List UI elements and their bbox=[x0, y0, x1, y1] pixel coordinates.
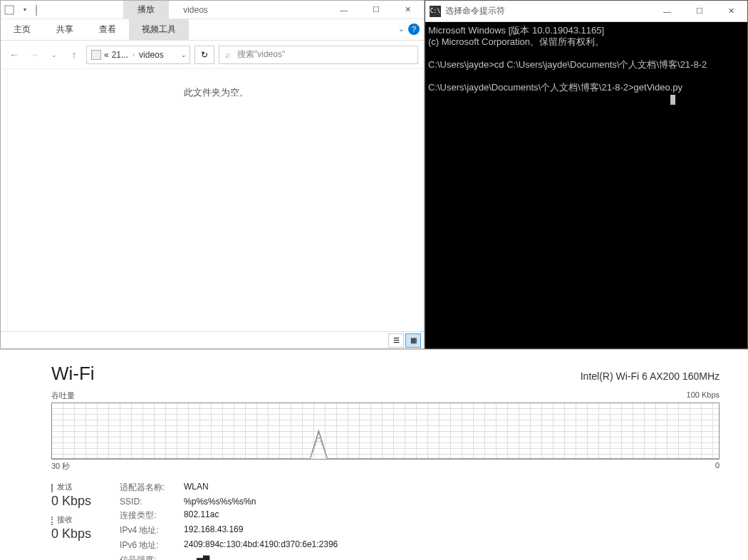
ribbon-tab-share[interactable]: 共享 bbox=[43, 19, 86, 40]
breadcrumb-prefix: « bbox=[104, 50, 109, 60]
breadcrumb-part[interactable]: 21... bbox=[112, 50, 128, 60]
send-label: 发送 bbox=[57, 482, 73, 492]
send-line bbox=[52, 431, 719, 459]
wifi-adapter-name: Intel(R) Wi-Fi 6 AX200 160MHz bbox=[581, 370, 720, 382]
kv-key: SSID: bbox=[120, 497, 177, 507]
wifi-throughput-chart bbox=[51, 403, 720, 460]
recv-value: 0 Kbps bbox=[51, 527, 91, 541]
explorer-nav-pane[interactable] bbox=[1, 69, 8, 331]
kv-value: %p%s%s%s%s%n bbox=[184, 497, 338, 507]
view-icons-button[interactable]: ▦ bbox=[405, 333, 421, 348]
wifi-title: Wi-Fi bbox=[51, 363, 95, 385]
cmd-line: Microsoft Windows [版本 10.0.19043.1165] bbox=[428, 25, 604, 36]
cmd-icon: C:\ bbox=[430, 6, 441, 17]
cmd-line: C:\Users\jayde>cd C:\Users\jayde\Documen… bbox=[428, 59, 707, 70]
close-button[interactable]: ✕ bbox=[392, 1, 424, 19]
kv-key: IPv4 地址: bbox=[120, 524, 177, 536]
file-explorer-window: ▾ | 播放 videos — ☐ ✕ 主页 共享 查看 视频工具 ⌄ ? ← … bbox=[0, 0, 425, 349]
explorer-content-area[interactable]: 此文件夹为空。 bbox=[8, 69, 424, 331]
explorer-status-bar: ☰ ▦ bbox=[1, 331, 424, 348]
nav-up-button[interactable]: ↑ bbox=[66, 47, 82, 63]
cmd-titlebar[interactable]: C:\ 选择命令提示符 — ☐ ✕ bbox=[425, 1, 747, 22]
maximize-button[interactable]: ☐ bbox=[360, 1, 392, 19]
wifi-properties: 适配器名称:WLAN SSID:%p%s%s%s%s%n 连接类型:802.11… bbox=[120, 482, 338, 560]
throughput-label: 吞吐量 bbox=[51, 390, 75, 401]
nav-forward-button[interactable]: → bbox=[26, 47, 42, 63]
svg-rect-0 bbox=[5, 6, 14, 14]
recv-label: 接收 bbox=[57, 514, 73, 525]
cmd-line: C:\Users\jayde\Documents\个人文档\博客\21-8-2>… bbox=[428, 82, 682, 93]
nav-back-button[interactable]: ← bbox=[6, 47, 22, 63]
kv-key: 适配器名称: bbox=[120, 482, 177, 494]
send-value: 0 Kbps bbox=[51, 494, 91, 509]
wifi-performance-panel: Wi-Fi Intel(R) Wi-Fi 6 AX200 160MHz 吞吐量 … bbox=[0, 349, 748, 560]
chevron-right-icon: › bbox=[131, 51, 136, 58]
nav-recent-dropdown[interactable]: ⌄ bbox=[46, 47, 62, 63]
ribbon-expand-icon[interactable]: ⌄ bbox=[398, 25, 404, 33]
view-details-button[interactable]: ☰ bbox=[388, 333, 404, 348]
dropdown-icon[interactable]: ▾ bbox=[19, 4, 31, 16]
ribbon-tab-home[interactable]: 主页 bbox=[1, 19, 43, 40]
ribbon-tab-video-tools[interactable]: 视频工具 bbox=[129, 19, 189, 40]
minimize-button[interactable]: — bbox=[651, 1, 683, 22]
maximize-button[interactable]: ☐ bbox=[683, 1, 715, 22]
explorer-body: 此文件夹为空。 bbox=[1, 69, 424, 331]
ribbon-tab-view[interactable]: 查看 bbox=[86, 19, 129, 40]
kv-key: 信号强度: bbox=[120, 554, 177, 560]
close-button[interactable]: ✕ bbox=[715, 1, 747, 22]
wifi-rates: 发送 0 Kbps 接收 0 Kbps bbox=[51, 482, 91, 560]
breadcrumb-part[interactable]: videos bbox=[139, 50, 164, 60]
kv-key: IPv6 地址: bbox=[120, 539, 177, 551]
window-title: videos bbox=[169, 5, 222, 15]
address-dropdown-icon[interactable]: ⌄ bbox=[181, 51, 187, 58]
command-prompt-window: C:\ 选择命令提示符 — ☐ ✕ Microsoft Windows [版本 … bbox=[425, 0, 748, 349]
kv-key: 连接类型: bbox=[120, 509, 177, 522]
kv-value: WLAN bbox=[184, 482, 338, 494]
kv-value: 192.168.43.169 bbox=[184, 524, 338, 536]
contextual-tab-play[interactable]: 播放 bbox=[123, 1, 169, 19]
help-icon[interactable]: ? bbox=[408, 24, 420, 35]
explorer-nav-bar: ← → ⌄ ↑ « 21... › videos ⌄ ↻ ⌕ 搜索"videos… bbox=[1, 41, 424, 69]
empty-folder-message: 此文件夹为空。 bbox=[184, 86, 249, 99]
search-icon: ⌕ bbox=[225, 50, 230, 60]
search-input[interactable]: ⌕ 搜索"videos" bbox=[219, 46, 418, 64]
explorer-ribbon: 主页 共享 查看 视频工具 ⌄ ? bbox=[1, 19, 424, 41]
signal-strength-icon: ▁▃▅▇ bbox=[184, 554, 338, 560]
yaxis-max-label: 100 Kbps bbox=[687, 390, 720, 401]
kv-value: 802.11ac bbox=[184, 509, 338, 522]
address-bar[interactable]: « 21... › videos ⌄ bbox=[86, 46, 190, 64]
xaxis-left-label: 30 秒 bbox=[51, 461, 70, 472]
kv-value: 2409:894c:130:4bd:4190:d370:6e1:2396 bbox=[184, 539, 338, 551]
cmd-window-title: 选择命令提示符 bbox=[445, 5, 651, 17]
xaxis-right-label: 0 bbox=[715, 461, 720, 472]
folder-icon bbox=[91, 50, 101, 60]
cmd-cursor bbox=[670, 95, 675, 105]
minimize-button[interactable]: — bbox=[328, 1, 360, 19]
search-placeholder: 搜索"videos" bbox=[237, 48, 285, 61]
explorer-titlebar[interactable]: ▾ | 播放 videos — ☐ ✕ bbox=[1, 1, 424, 19]
cmd-line: (c) Microsoft Corporation。保留所有权利。 bbox=[428, 36, 604, 47]
recv-line bbox=[52, 437, 719, 459]
cmd-output-area[interactable]: Microsoft Windows [版本 10.0.19043.1165] (… bbox=[425, 22, 747, 108]
refresh-button[interactable]: ↻ bbox=[194, 46, 214, 64]
file-icon bbox=[4, 4, 15, 16]
